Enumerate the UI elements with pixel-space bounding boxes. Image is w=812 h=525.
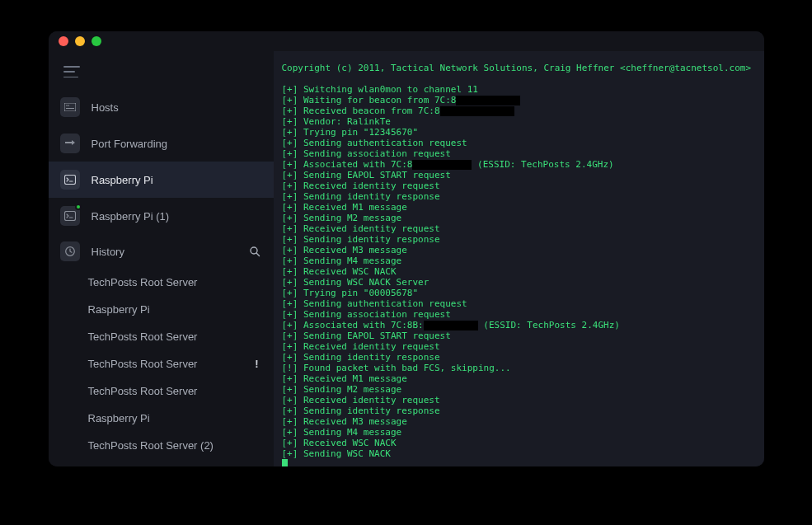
terminal-line: [+] Trying pin "00005678" xyxy=(282,288,756,298)
svg-rect-0 xyxy=(64,103,76,111)
terminal-line: [+] Sending association request xyxy=(282,148,756,159)
history-label: History xyxy=(92,246,237,258)
terminal-line: [+] Received M1 message xyxy=(282,202,756,213)
terminal-line: [+] Received M3 message xyxy=(282,416,756,427)
history-item[interactable]: Raspberry Pi xyxy=(49,296,274,323)
history-item-label: TechPosts Root Server xyxy=(88,276,259,288)
redacted-text xyxy=(424,321,478,330)
svg-point-1 xyxy=(66,105,68,106)
history-item-label: Raspberry Pi xyxy=(88,303,259,316)
app-window: Hosts Port Forwarding Raspberry Pi xyxy=(49,31,764,466)
terminal-line: [+] Received identity request xyxy=(282,395,756,405)
terminal-line: [+] Associated with 7C:8B: (ESSID: TechP… xyxy=(282,320,756,330)
port-forwarding-icon xyxy=(60,134,80,153)
sidebar-item-label: Port Forwarding xyxy=(92,138,167,150)
history-item[interactable]: TechPosts Root Server xyxy=(49,269,274,296)
terminal-line: [+] Sending EAPOL START request xyxy=(282,330,756,341)
terminal-line: [+] Sending authentication request xyxy=(282,298,756,309)
terminal-line: Copyright (c) 2011, Tactical Network Sol… xyxy=(282,63,756,73)
sidebar-item-label: Raspberry Pi (1) xyxy=(92,210,170,223)
terminal-line: [+] Associated with 7C:8 (ESSID: TechPos… xyxy=(282,159,756,170)
svg-rect-4 xyxy=(64,176,75,185)
terminal-line: [+] Switching wlan0mon to channel 11 xyxy=(282,84,756,95)
terminal-line: [+] Received identity request xyxy=(282,223,756,234)
terminal-line: [+] Vendor: RalinkTe xyxy=(282,116,756,127)
history-item[interactable]: Raspberry Pi xyxy=(49,405,274,432)
history-item[interactable]: TechPosts Root Server xyxy=(49,377,274,405)
redacted-text xyxy=(456,96,520,105)
terminal-cursor xyxy=(282,459,288,466)
terminal-line: [+] Trying pin "12345670" xyxy=(282,127,756,138)
svg-point-2 xyxy=(68,105,69,106)
history-item-label: TechPosts Root Server (2) xyxy=(88,439,259,452)
terminal-line: [!] Found packet with bad FCS, skipping.… xyxy=(282,363,756,373)
history-icon xyxy=(60,241,80,261)
sidebar-history-header: History xyxy=(49,234,274,269)
terminal-line: [+] Received identity request xyxy=(282,180,756,191)
titlebar xyxy=(49,31,764,51)
terminal-line: [+] Sending M4 message xyxy=(282,255,756,266)
terminal-line: [+] Received beacon from 7C:8 xyxy=(282,105,756,116)
terminal-line: [+] Sending M2 message xyxy=(282,213,756,223)
terminal-line: [+] Sending EAPOL START request xyxy=(282,170,756,180)
terminal-output[interactable]: Copyright (c) 2011, Tactical Network Sol… xyxy=(274,51,764,466)
history-item[interactable]: TechPosts Root Server xyxy=(49,323,274,350)
terminal-line: [+] Sending identity response xyxy=(282,191,756,202)
terminal-line: [+] Sending M2 message xyxy=(282,384,756,395)
svg-rect-3 xyxy=(66,108,74,109)
status-online-icon xyxy=(75,204,82,210)
terminal-line: [+] Sending identity response xyxy=(282,405,756,416)
terminal-line: [+] Waiting for beacon from 7C:8 xyxy=(282,95,756,105)
minimize-icon[interactable] xyxy=(75,36,85,46)
sidebar-item-port-forwarding[interactable]: Port Forwarding xyxy=(49,125,274,162)
terminal-line: [+] Sending WSC NACK xyxy=(282,448,756,459)
history-item-label: Raspberry Pi xyxy=(88,412,259,424)
terminal-line: [+] Received WSC NACK xyxy=(282,438,756,448)
redacted-text xyxy=(440,106,514,116)
terminal-line: [+] Received M3 message xyxy=(282,245,756,255)
svg-line-10 xyxy=(256,253,260,256)
sidebar-item-hosts[interactable]: Hosts xyxy=(49,89,274,125)
redacted-text xyxy=(412,160,472,170)
terminal-line: [+] Sending WSC NACK Server xyxy=(282,277,756,288)
terminal-line: [+] Sending identity response xyxy=(282,352,756,363)
menu-icon[interactable] xyxy=(63,66,80,77)
sidebar-item-label: Hosts xyxy=(92,101,119,114)
terminal-line: [+] Sending authentication request xyxy=(282,138,756,148)
terminal-line: [+] Received identity request xyxy=(282,341,756,352)
sidebar-item-label: Raspberry Pi xyxy=(92,174,153,186)
sidebar-item-raspberry-pi[interactable]: Raspberry Pi xyxy=(49,162,274,198)
history-item[interactable]: TechPosts Root Server! xyxy=(49,350,274,377)
terminal-line: [+] Received WSC NACK xyxy=(282,266,756,277)
history-item-label: TechPosts Root Server xyxy=(88,385,259,397)
hosts-icon xyxy=(60,97,80,117)
svg-rect-6 xyxy=(64,212,75,221)
alert-icon: ! xyxy=(255,358,258,370)
terminal-line: [+] Received M1 message xyxy=(282,373,756,384)
history-list: TechPosts Root ServerRaspberry PiTechPos… xyxy=(49,269,274,459)
sidebar: Hosts Port Forwarding Raspberry Pi xyxy=(49,51,274,466)
terminal-line: [+] Sending association request xyxy=(282,309,756,320)
history-item-label: TechPosts Root Server xyxy=(88,330,259,343)
terminal-line: [+] Sending identity response xyxy=(282,234,756,245)
window-body: Hosts Port Forwarding Raspberry Pi xyxy=(49,51,764,466)
search-icon[interactable] xyxy=(249,246,260,257)
history-item-label: TechPosts Root Server xyxy=(88,358,256,370)
close-icon[interactable] xyxy=(59,36,68,46)
sidebar-item-raspberry-pi-session[interactable]: Raspberry Pi (1) xyxy=(49,198,274,234)
terminal-line: [+] Sending M4 message xyxy=(282,427,756,438)
maximize-icon[interactable] xyxy=(92,36,101,46)
history-item[interactable]: TechPosts Root Server (2) xyxy=(49,432,274,459)
terminal-icon xyxy=(60,170,80,190)
